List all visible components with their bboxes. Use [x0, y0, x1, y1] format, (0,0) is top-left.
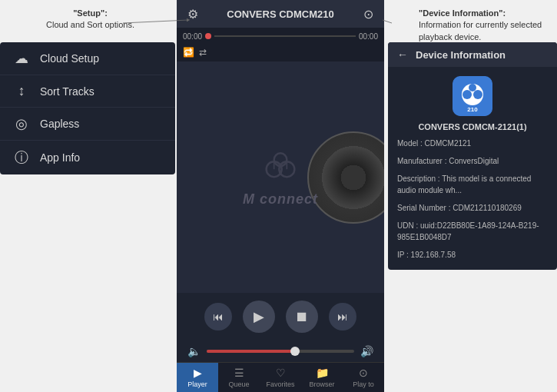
device-description-row: Description : This model is a connected …: [397, 173, 548, 196]
setup-annotation-desc: Cloud and Sort options.: [46, 20, 134, 29]
device-model-row: Model : CDMCM2121: [397, 138, 548, 149]
tab-player-label: Player: [187, 380, 207, 388]
tab-play-to-icon: ⊙: [359, 367, 368, 379]
logo-svg: [261, 147, 300, 185]
tab-queue[interactable]: ☰ Queue: [218, 363, 260, 392]
device-logo-svg: 210: [453, 76, 492, 116]
volume-track[interactable]: [207, 350, 354, 353]
tab-browser[interactable]: 📁 Browser: [301, 363, 343, 392]
device-panel-body: 210 CONVERS CDMCM-2121(1) Model : CDMCM2…: [388, 67, 557, 270]
sidebar-item-cloud-setup[interactable]: ☁ Cloud Setup: [0, 42, 175, 75]
tab-browser-icon: 📁: [316, 367, 329, 379]
player-header: ⚙ CONVERS CDMCM210 ⊙: [177, 0, 384, 28]
logo-text: M connect: [243, 191, 318, 208]
sidebar-label-cloud-setup: Cloud Setup: [40, 52, 99, 65]
gapless-icon: ◎: [12, 115, 31, 132]
tab-play-to-label: Play to: [353, 380, 374, 388]
tab-player-icon: ▶: [194, 367, 202, 379]
sidebar-item-gapless[interactable]: ◎ Gapless: [0, 108, 175, 141]
info-icon: ⓘ: [12, 148, 31, 167]
time-end: 00:00: [359, 32, 378, 41]
transport-controls: ⏮ ▶ ⏹ ⏭: [177, 293, 384, 341]
app-logo: M connect: [243, 147, 318, 208]
next-button[interactable]: ⏭: [329, 303, 356, 331]
tab-play-to[interactable]: ⊙ Play to: [343, 363, 384, 392]
device-ip-row: IP : 192.168.7.58: [397, 249, 548, 261]
tab-favorites[interactable]: ♡ Favorites: [260, 363, 301, 392]
tab-queue-icon: ☰: [234, 367, 244, 379]
sort-icon: ↕: [12, 83, 31, 99]
setup-annotation-label: "Setup":: [73, 8, 108, 18]
setup-icon[interactable]: ⚙: [184, 7, 201, 22]
tab-queue-label: Queue: [228, 380, 249, 388]
back-button[interactable]: ←: [397, 48, 408, 61]
prev-button[interactable]: ⏮: [204, 303, 232, 331]
tab-player[interactable]: ▶ Player: [177, 363, 218, 392]
shuffle-icon[interactable]: ⇄: [199, 47, 207, 58]
repeat-icon[interactable]: 🔁: [183, 47, 194, 58]
recording-dot: [205, 33, 211, 39]
device-name: CONVERS CDMCM-2121(1): [418, 122, 526, 131]
tab-favorites-icon: ♡: [276, 367, 286, 379]
tab-browser-label: Browser: [309, 380, 334, 388]
device-info-annotation-label: "Device Information":: [419, 8, 506, 18]
play-button[interactable]: ▶: [243, 301, 275, 333]
tab-favorites-label: Favorites: [266, 380, 294, 388]
sidebar-label-gapless: Gapless: [40, 118, 79, 130]
player-title: CONVERS CDMCM210: [201, 8, 360, 20]
volume-knob[interactable]: [290, 347, 300, 356]
player-timeline: 00:00 00:00: [177, 28, 384, 45]
sidebar-label-app-info: App Info: [40, 151, 80, 164]
sidebar-menu: ☁ Cloud Setup ↕ Sort Tracks ◎ Gapless ⓘ …: [0, 42, 175, 174]
volume-down-icon[interactable]: 🔈: [187, 345, 201, 357]
time-start: 00:00: [183, 32, 202, 41]
device-info-icon[interactable]: ⊙: [360, 7, 376, 22]
device-udn-row: UDN : uuid:D22BB80E-1A89-124A-B219-985E1…: [397, 220, 548, 243]
album-art-area: M connect: [177, 61, 384, 293]
device-panel-title: Device Information: [416, 49, 506, 61]
svg-point-8: [473, 90, 482, 99]
sidebar-item-app-info[interactable]: ⓘ App Info: [0, 141, 175, 174]
device-info-annotation: "Device Information": Information for cu…: [419, 8, 557, 43]
volume-row: 🔈 🔊: [177, 341, 384, 362]
device-info-annotation-desc: Information for currently selectedplayba…: [419, 20, 542, 41]
timeline-progress-bar[interactable]: [214, 35, 356, 37]
playback-options-bar: 🔁 ⇄: [177, 45, 384, 61]
device-manufacturer-row: Manufacturer : ConversDigital: [397, 155, 548, 167]
device-info-panel: ← Device Information 210 CONVERS CDMCM-2…: [388, 42, 557, 270]
setup-annotation: "Setup": Cloud and Sort options.: [46, 8, 134, 32]
sidebar-label-sort-tracks: Sort Tracks: [40, 85, 94, 98]
svg-point-9: [469, 84, 476, 91]
sidebar-item-sort-tracks[interactable]: ↕ Sort Tracks: [0, 75, 175, 108]
stop-button[interactable]: ⏹: [286, 301, 318, 333]
player-area: ⚙ CONVERS CDMCM210 ⊙ 00:00 00:00 🔁 ⇄ M c…: [177, 0, 384, 392]
svg-point-7: [463, 90, 472, 99]
album-disc: [307, 131, 384, 224]
device-logo: 210: [453, 76, 492, 116]
volume-fill: [207, 350, 295, 353]
cloud-icon: ☁: [12, 50, 31, 67]
device-panel-header: ← Device Information: [388, 42, 557, 67]
player-tabs: ▶ Player ☰ Queue ♡ Favorites 📁 Browser ⊙…: [177, 362, 384, 392]
svg-text:210: 210: [467, 106, 478, 113]
device-serial-row: Serial Number : CDM212110180269: [397, 202, 548, 214]
volume-up-icon[interactable]: 🔊: [360, 345, 373, 357]
